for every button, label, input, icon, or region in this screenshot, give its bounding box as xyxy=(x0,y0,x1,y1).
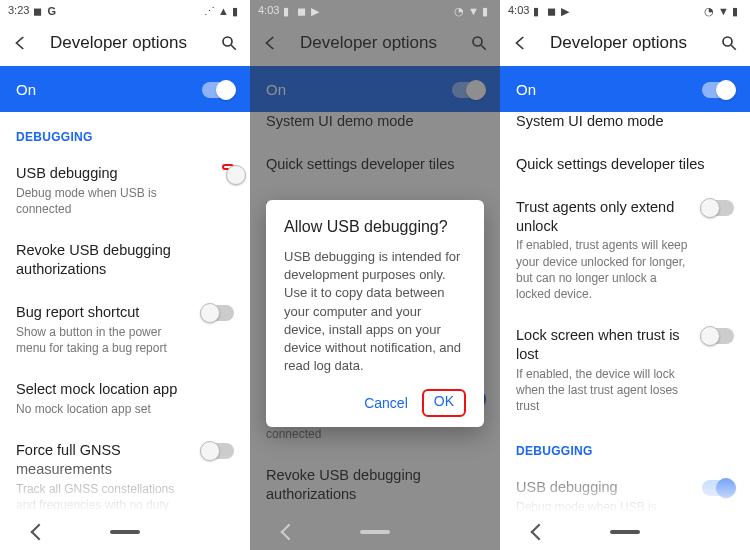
nav-bar xyxy=(500,514,750,550)
item-mock-location[interactable]: Select mock location appNo mock location… xyxy=(16,368,234,429)
svg-point-1 xyxy=(473,37,482,46)
status-time: 4:03 xyxy=(258,4,279,16)
page-title: Developer options xyxy=(550,33,700,53)
status-time: 4:03 xyxy=(508,4,529,16)
nav-back-icon[interactable] xyxy=(30,524,47,541)
item-revoke-auth: Revoke USB debugging authorizations xyxy=(266,454,484,514)
battery-icon: ▮ xyxy=(232,5,242,15)
phone-frame-2: 4:03▮◼▶ ◔▼▮ Developer options On System … xyxy=(250,0,500,550)
nav-back-icon[interactable] xyxy=(530,524,547,541)
item-revoke-auth[interactable]: Revoke USB debugging authorizations xyxy=(16,229,234,291)
master-toggle[interactable] xyxy=(202,82,234,98)
gnss-toggle[interactable] xyxy=(202,443,234,459)
item-sysui[interactable]: System UI demo mode xyxy=(516,100,734,143)
highlight-usb-toggle xyxy=(222,164,234,170)
item-qs-tiles: Quick settings developer tiles xyxy=(266,143,484,186)
section-debugging: DEBUGGING xyxy=(516,426,734,466)
app-bar: Developer options xyxy=(250,20,500,66)
highlight-ok: OK xyxy=(422,389,466,417)
usb-debugging-dialog: Allow USB debugging? USB debugging is in… xyxy=(266,200,484,427)
on-label: On xyxy=(16,81,36,98)
alarm-icon: ◔ xyxy=(704,5,714,15)
item-gnss[interactable]: Force full GNSS measurementsTrack all GN… xyxy=(16,429,234,514)
battery-icon: ▮ xyxy=(482,5,492,15)
alarm-icon: ◔ xyxy=(454,5,464,15)
trust-toggle[interactable] xyxy=(702,200,734,216)
app-bar: Developer options xyxy=(0,20,250,66)
master-toggle[interactable] xyxy=(702,82,734,98)
bug-report-toggle[interactable] xyxy=(202,305,234,321)
wifi-icon: ▼ xyxy=(718,5,728,15)
item-qs-tiles[interactable]: Quick settings developer tiles xyxy=(516,143,734,186)
play-store-icon: ▶ xyxy=(561,5,571,15)
back-icon[interactable] xyxy=(12,34,30,52)
nav-bar xyxy=(250,514,500,550)
back-icon xyxy=(262,34,280,52)
battery-saver-icon: ▮ xyxy=(533,5,543,15)
nav-home-pill[interactable] xyxy=(110,530,140,534)
back-icon[interactable] xyxy=(512,34,530,52)
item-trust[interactable]: Trust agents only extend unlockIf enable… xyxy=(516,186,734,314)
svg-point-2 xyxy=(723,37,732,46)
svg-point-0 xyxy=(223,37,232,46)
google-icon: G xyxy=(47,5,57,15)
ok-button[interactable]: OK xyxy=(428,387,460,415)
nav-back-icon[interactable] xyxy=(280,524,297,541)
item-sysui: System UI demo mode xyxy=(266,100,484,143)
search-icon[interactable] xyxy=(720,34,738,52)
battery-icon: ▮ xyxy=(732,5,742,15)
app-bar: Developer options xyxy=(500,20,750,66)
cancel-button[interactable]: Cancel xyxy=(358,389,414,417)
search-icon xyxy=(470,34,488,52)
phone-frame-1: 3:23 ◼ G ⋰ ▲ ▮ Developer options On DEBU… xyxy=(0,0,250,550)
master-toggle xyxy=(452,82,484,98)
on-label: On xyxy=(266,81,286,98)
settings-list[interactable]: DEBUGGING USB debuggingDebug mode when U… xyxy=(0,112,250,514)
section-debugging: DEBUGGING xyxy=(16,112,234,152)
dialog-title: Allow USB debugging? xyxy=(284,218,466,236)
wifi-off-icon: ⋰ xyxy=(204,5,214,15)
lock-trust-toggle[interactable] xyxy=(702,328,734,344)
message-icon: ◼ xyxy=(33,5,43,15)
status-bar: 4:03▮◼▶ ◔▼▮ xyxy=(250,0,500,20)
phone-frame-3: 4:03▮◼▶ ◔▼▮ Developer options On System … xyxy=(500,0,750,550)
settings-list[interactable]: System UI demo mode Quick settings devel… xyxy=(500,100,750,514)
play-store-icon: ▶ xyxy=(311,5,321,15)
on-label: On xyxy=(516,81,536,98)
item-lock-trust[interactable]: Lock screen when trust is lostIf enabled… xyxy=(516,314,734,426)
signal-icon: ▲ xyxy=(218,5,228,15)
status-bar: 4:03▮◼▶ ◔▼▮ xyxy=(500,0,750,20)
wifi-icon: ▼ xyxy=(468,5,478,15)
status-time: 3:23 xyxy=(8,4,29,16)
search-icon[interactable] xyxy=(220,34,238,52)
message-icon: ◼ xyxy=(547,5,557,15)
item-usb-debugging[interactable]: USB debuggingDebug mode when USB is conn… xyxy=(516,466,734,514)
nav-home-pill[interactable] xyxy=(610,530,640,534)
battery-saver-icon: ▮ xyxy=(283,5,293,15)
status-bar: 3:23 ◼ G ⋰ ▲ ▮ xyxy=(0,0,250,20)
page-title: Developer options xyxy=(50,33,200,53)
page-title: Developer options xyxy=(300,33,450,53)
item-bug-report[interactable]: Bug report shortcutShow a button in the … xyxy=(16,291,234,368)
nav-home-pill[interactable] xyxy=(360,530,390,534)
item-usb-debugging[interactable]: USB debuggingDebug mode when USB is conn… xyxy=(16,152,234,229)
dialog-body: USB debugging is intended for developmen… xyxy=(284,248,466,375)
message-icon: ◼ xyxy=(297,5,307,15)
nav-bar xyxy=(0,514,250,550)
master-toggle-bar[interactable]: On xyxy=(0,66,250,112)
usb-debugging-toggle[interactable] xyxy=(702,480,734,496)
